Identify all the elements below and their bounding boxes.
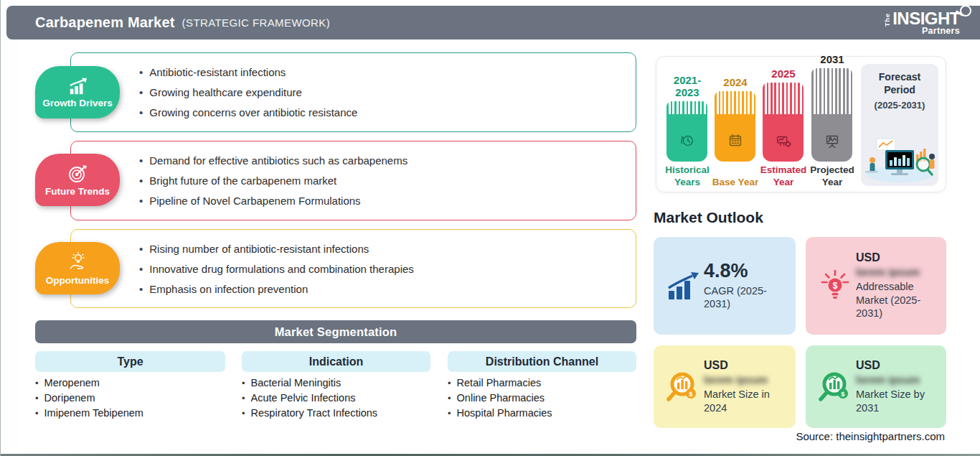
timeline-chart: 2021-2023 Historical Years 2024 (665, 61, 863, 189)
target-dart-icon (67, 164, 88, 184)
timeline-bar-projected (811, 68, 852, 162)
list-item: Bright future of the carbapenem market (139, 175, 636, 187)
list-item: Respiratory Tract Infections (242, 407, 377, 422)
timeline-bar-historical (666, 101, 707, 162)
svg-text:$: $ (833, 281, 838, 291)
magnifier-chart-icon: $ (665, 369, 701, 405)
insight-partners-logo: The INSIGHT Partners (885, 10, 960, 36)
carbapenem-market-slide: Carbapenem Market (STRATEGIC FRAMEWORK) … (0, 0, 980, 456)
future-trends-box: Demand for effective antibiotics such as… (70, 141, 636, 220)
timeline-year: 2031 (807, 53, 857, 65)
timeline-caption: Projected Year (807, 164, 857, 189)
hand-bulb-icon (67, 251, 88, 273)
growth-drivers-badge: Growth Drivers (35, 66, 120, 118)
timeline-bar-base (715, 91, 755, 162)
forecast-period-range: (2025-2031) (875, 100, 925, 111)
list-item: Retail Pharmacies (448, 377, 552, 392)
logo-the-text: The (885, 13, 891, 27)
market-segmentation-header: Market Segmentation (35, 320, 636, 343)
cagr-caption: CAGR (2025-2031) (704, 284, 787, 312)
magnifier-chart-icon: $ (817, 369, 853, 405)
badge-label: Future Trends (45, 186, 110, 197)
opportunities-box: Rising number of antibiotic-resistant in… (70, 229, 636, 308)
blurred-market-value: lorem ipsum (704, 373, 787, 386)
list-item: Bacterial Meningitis (242, 377, 377, 392)
timeline-caption: Estimated Year (758, 164, 809, 189)
badge-label: Opportunities (46, 275, 110, 286)
calendar-icon (726, 131, 745, 150)
page-title: Carbapenem Market (35, 14, 175, 31)
card-caption: Market Size in 2024 (704, 388, 787, 415)
timeline-year: 2021-2023 (662, 74, 712, 98)
segment-column-header-indication: Indication (242, 351, 430, 372)
growth-chart-icon (666, 271, 699, 301)
cagr-card: 4.8% CAGR (2025-2031) (654, 237, 796, 335)
type-list: Meropenem Doripenem Imipenem Tebipenem (35, 377, 143, 422)
distribution-channel-list: Retail Pharmacies Online Pharmacies Hosp… (448, 377, 552, 422)
segment-column-header-distribution: Distribution Channel (448, 351, 636, 372)
clock-icon (678, 131, 697, 150)
page-subtitle: (STRATEGIC FRAMEWORK) (182, 17, 330, 29)
cagr-value: 4.8% (704, 261, 787, 282)
addressable-market-card: $ USD lorem ipsum Addressable Market (20… (806, 237, 946, 335)
bulb-dollar-icon: $ (820, 269, 850, 302)
market-size-2024-card: $ USD lorem ipsum Market Size in 2024 (654, 345, 796, 428)
market-size-2031-card: $ USD lorem ipsum Market Size by 2031 (806, 345, 946, 428)
header-bar: Carbapenem Market (STRATEGIC FRAMEWORK) … (6, 6, 980, 39)
list-item: Doripenem (35, 392, 143, 407)
list-item: Imipenem Tebipenem (35, 407, 143, 422)
timeline-year: 2025 (758, 68, 809, 80)
source-attribution: Source: theinsightpartners.com (796, 430, 945, 442)
list-item: Pipeline of Novel Carbapenem Formulation… (139, 195, 636, 207)
monitor-gear-icon (774, 131, 793, 150)
indication-list: Bacterial Meningitis Acute Pelvic Infect… (242, 377, 377, 422)
growth-drivers-box: Antibiotic-resistant infections Growing … (70, 52, 636, 132)
timeline-caption: Historical Years (662, 164, 712, 189)
svg-text:$: $ (841, 390, 845, 398)
list-item: Innovative drug formulations and combina… (139, 263, 636, 275)
card-caption: Addressable Market (2025-2031) (856, 280, 938, 321)
market-outlook-title: Market Outlook (654, 209, 763, 226)
blurred-market-value: lorem ipsum (856, 266, 938, 278)
badge-label: Growth Drivers (42, 98, 113, 108)
list-item: Meropenem (35, 377, 143, 392)
timeline-year: 2024 (710, 76, 760, 88)
list-item: Rising number of antibiotic-resistant in… (139, 243, 636, 255)
list-item: Growing healthcare expenditure (139, 86, 636, 98)
list-item: Online Pharmacies (448, 392, 552, 407)
timeline-caption: Base Year (710, 177, 760, 189)
list-item: Hospital Pharmacies (448, 407, 552, 422)
list-item: Antibiotic-resistant infections (139, 66, 636, 78)
opportunities-badge: Opportunities (35, 242, 120, 294)
bar-chart-arrow-icon (67, 77, 88, 96)
currency-label: USD (704, 359, 787, 372)
future-trends-badge: Future Trends (35, 154, 120, 206)
analytics-illustration (864, 137, 936, 183)
list-item: Acute Pelvic Infections (242, 392, 377, 407)
currency-label: USD (856, 359, 938, 372)
svg-text:$: $ (689, 390, 693, 398)
magnifier-circle-icon (960, 5, 971, 17)
timeline-card: 2021-2023 Historical Years 2024 (656, 56, 946, 192)
timeline-bar-estimated (763, 83, 804, 162)
list-item: Growing concerns over antibiotic resista… (139, 106, 636, 118)
logo-main: INSIGHT Partners (892, 10, 960, 36)
segment-column-header-type: Type (35, 351, 225, 372)
list-item: Demand for effective antibiotics such as… (139, 154, 636, 167)
blurred-market-value: lorem ipsum (856, 373, 938, 386)
logo-insight-text: INSIGHT (892, 10, 960, 27)
forecast-period-title: Forecast Period (865, 71, 934, 96)
currency-label: USD (856, 251, 938, 264)
card-caption: Market Size by 2031 (856, 388, 938, 415)
list-item: Emphasis on infection prevention (139, 283, 636, 295)
presentation-icon (823, 131, 842, 150)
forecast-period-panel: Forecast Period (2025-2031) (861, 64, 938, 186)
